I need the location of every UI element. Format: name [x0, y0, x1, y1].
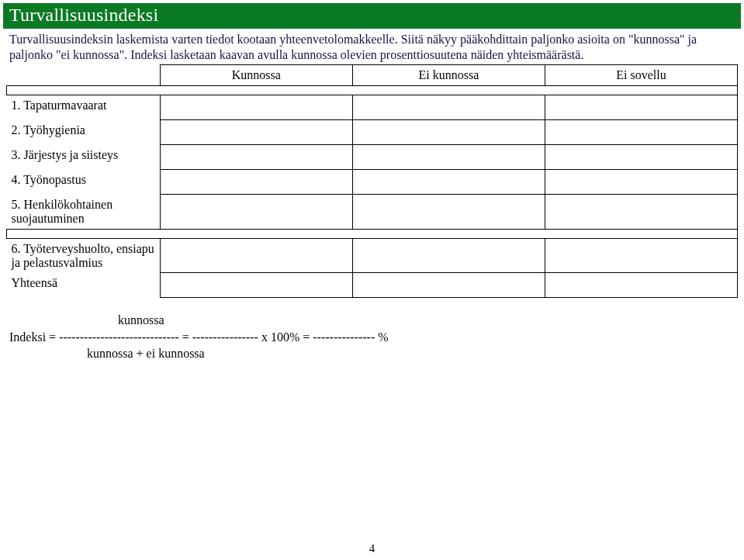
cell	[160, 195, 352, 230]
table-row-total: Yhteensä	[7, 273, 738, 298]
formula-times: x 100% =	[258, 330, 313, 344]
cell	[545, 95, 737, 120]
table-row: 5. Henkilökohtainen suojautuminen	[7, 195, 738, 230]
formula-pct: %	[375, 330, 388, 344]
formula-dash-frac: -----------------------------	[59, 330, 179, 344]
formula-prefix: Indeksi =	[9, 330, 59, 344]
row-label: 6. Työterveyshuolto, ensiapu ja pelastus…	[7, 238, 161, 273]
formula-denominator: kunnossa + ei kunnossa	[9, 345, 735, 362]
cell	[160, 170, 352, 195]
col-ei-sovellu: Ei sovellu	[545, 65, 737, 86]
col-kunnossa: Kunnossa	[160, 65, 352, 86]
row-label: 2. Työhygienia	[7, 120, 161, 145]
cell	[352, 120, 545, 145]
row-label: 4. Työnopastus	[7, 170, 161, 195]
cell	[545, 120, 737, 145]
table-row: 1. Tapaturmavaarat	[7, 95, 738, 120]
cell	[545, 238, 737, 273]
cell	[545, 195, 737, 230]
page-number: 4	[0, 542, 744, 555]
page-title-bar: Turvallisuusindeksi	[3, 3, 741, 29]
cell	[545, 170, 737, 195]
cell	[352, 238, 545, 273]
cell	[352, 195, 545, 230]
cell	[160, 238, 352, 273]
formula-eq1: =	[179, 330, 192, 344]
cell	[545, 145, 737, 170]
formula-dash-val: ----------------	[192, 330, 258, 344]
cell	[352, 273, 545, 298]
table-row: 6. Työterveyshuolto, ensiapu ja pelastus…	[7, 238, 738, 273]
row-label: 3. Järjestys ja siisteys	[7, 145, 161, 170]
cell	[160, 120, 352, 145]
cell	[352, 95, 545, 120]
cell	[352, 145, 545, 170]
table-header-row: Kunnossa Ei kunnossa Ei sovellu	[7, 65, 738, 86]
cell	[160, 145, 352, 170]
cell	[545, 273, 737, 298]
row-label: 5. Henkilökohtainen suojautuminen	[7, 195, 161, 230]
col-ei-kunnossa: Ei kunnossa	[352, 65, 545, 86]
row-label: Yhteensä	[7, 273, 161, 298]
table-row: 2. Työhygienia	[7, 120, 738, 145]
page-title: Turvallisuusindeksi	[9, 5, 158, 25]
table-row: 4. Työnopastus	[7, 170, 738, 195]
cell	[160, 95, 352, 120]
formula-block: kunnossa Indeksi = ---------------------…	[3, 298, 741, 362]
index-table: Kunnossa Ei kunnossa Ei sovellu 1. Tapat…	[6, 64, 738, 298]
row-label: 1. Tapaturmavaarat	[7, 95, 161, 120]
formula-numerator: kunnossa	[9, 312, 735, 329]
formula-dash-res: ---------------	[313, 330, 375, 344]
cell	[160, 273, 352, 298]
cell	[352, 170, 545, 195]
table-row: 3. Järjestys ja siisteys	[7, 145, 738, 170]
intro-text: Turvallisuusindeksin laskemista varten t…	[3, 29, 741, 64]
